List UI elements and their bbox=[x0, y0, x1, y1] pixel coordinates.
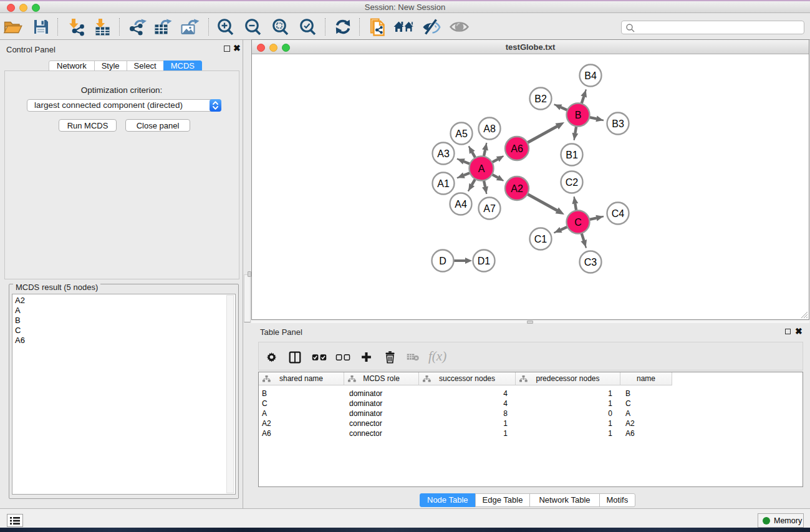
svg-text:D: D bbox=[439, 256, 446, 266]
svg-text:C3: C3 bbox=[584, 257, 597, 268]
svg-text:A: A bbox=[478, 163, 485, 174]
svg-text:A3: A3 bbox=[437, 148, 450, 159]
svg-text:B1: B1 bbox=[566, 150, 578, 160]
svg-text:A8: A8 bbox=[483, 123, 496, 134]
svg-text:B3: B3 bbox=[612, 118, 624, 129]
svg-text:C4: C4 bbox=[612, 208, 625, 219]
svg-text:C2: C2 bbox=[566, 177, 579, 188]
svg-text:C: C bbox=[574, 217, 582, 228]
svg-text:C1: C1 bbox=[534, 234, 547, 244]
svg-text:A2: A2 bbox=[511, 183, 523, 194]
svg-text:A4: A4 bbox=[455, 199, 467, 210]
svg-text:D1: D1 bbox=[478, 256, 491, 266]
svg-text:B2: B2 bbox=[534, 94, 547, 104]
svg-text:B: B bbox=[575, 110, 582, 120]
svg-text:B4: B4 bbox=[584, 70, 597, 81]
svg-text:A5: A5 bbox=[455, 128, 468, 139]
svg-text:A1: A1 bbox=[437, 178, 450, 189]
svg-text:A6: A6 bbox=[511, 143, 523, 154]
svg-text:A7: A7 bbox=[483, 203, 496, 214]
